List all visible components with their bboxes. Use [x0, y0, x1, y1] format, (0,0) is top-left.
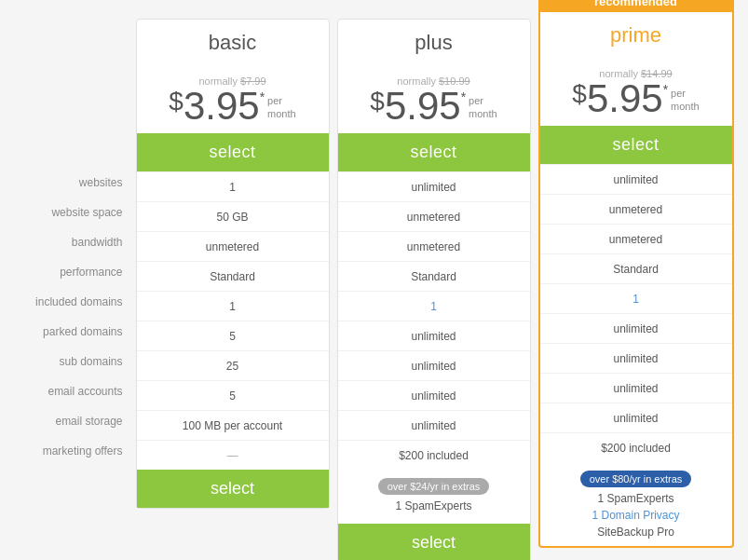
prime-select-button-top[interactable]: select [540, 126, 732, 164]
label-column: websites website space bandwidth perform… [11, 19, 132, 466]
plan-basic: basic normally $7.99 $ 3.95 * permonth s… [136, 19, 330, 509]
plus-header: plus [338, 20, 530, 68]
plus-extras-badge: over $24/yr in extras [378, 478, 490, 495]
basic-plan-name: basic [144, 31, 321, 55]
plus-included-domains: 1 [338, 291, 530, 321]
recommended-badge: recommended [538, 0, 734, 12]
prime-email-accounts: unlimited [540, 373, 732, 403]
basic-performance: Standard [137, 261, 329, 291]
prime-extras-item-1: 1 Domain Privacy [544, 507, 728, 524]
prime-bandwidth: unmetered [540, 224, 732, 253]
plus-price-per: permonth [469, 94, 497, 121]
prime-price-dollar: $ [572, 81, 587, 107]
prime-price-main: $ 5.95 * permonth [544, 79, 728, 118]
prime-price-area: normally $14.99 $ 5.95 * permonth [540, 61, 732, 126]
basic-website-space: 50 GB [137, 201, 329, 231]
basic-price-asterisk: * [260, 90, 265, 103]
basic-select-button-top[interactable]: select [137, 133, 329, 171]
label-parked-domains: parked domains [11, 317, 132, 347]
basic-data-rows: 1 50 GB unmetered Standard 1 5 25 5 100 … [137, 171, 329, 470]
basic-bandwidth: unmetered [137, 231, 329, 261]
prime-sub-domains: unlimited [540, 343, 732, 373]
prime-extras-item-0: 1 SpamExperts [544, 490, 728, 507]
basic-price-area: normally $7.99 $ 3.95 * permonth [137, 68, 329, 133]
plus-price-amount: 5.95 [385, 87, 461, 126]
plus-select-button-bottom[interactable]: select [338, 524, 530, 560]
plus-website-space: unmetered [338, 201, 530, 231]
plus-price-dollar: $ [370, 89, 385, 115]
prime-parked-domains: unlimited [540, 313, 732, 343]
label-sub-domains: sub domains [11, 347, 132, 376]
plus-email-storage: unlimited [338, 410, 530, 440]
plus-select-button-top[interactable]: select [338, 133, 530, 171]
prime-extras-badge: over $80/yr in extras [580, 471, 692, 487]
prime-price-asterisk: * [663, 83, 668, 96]
prime-extras: over $80/yr in extras 1 SpamExperts 1 Do… [540, 462, 732, 546]
plus-parked-domains: unlimited [338, 321, 530, 350]
plus-plan-name: plus [346, 31, 523, 55]
prime-website-space: unmetered [540, 194, 732, 224]
prime-websites: unlimited [540, 164, 732, 194]
basic-parked-domains: 5 [137, 321, 329, 350]
label-included-domains: included domains [11, 287, 132, 317]
basic-price-per: permonth [267, 94, 296, 121]
plus-price-main: $ 5.95 * permonth [342, 87, 526, 126]
plus-websites: unlimited [338, 171, 530, 201]
basic-header: basic [137, 20, 329, 68]
plus-extras-item-0: 1 SpamExperts [342, 498, 526, 514]
prime-marketing-offers: $200 included [540, 432, 732, 462]
plus-email-accounts: unlimited [338, 380, 530, 410]
plus-performance: Standard [338, 261, 530, 291]
label-email-accounts: email accounts [11, 376, 132, 406]
label-websites: websites [11, 168, 132, 198]
prime-included-domains: 1 [540, 283, 732, 313]
basic-sub-domains: 25 [137, 350, 329, 380]
pricing-table: websites website space bandwidth perform… [11, 9, 738, 560]
plus-marketing-offers: $200 included [338, 440, 530, 470]
label-email-storage: email storage [11, 406, 132, 436]
basic-select-button-bottom[interactable]: select [137, 470, 329, 508]
basic-email-storage: 100 MB per account [137, 410, 329, 440]
basic-marketing-offers: — [137, 440, 329, 470]
plus-data-rows: unlimited unmetered unmetered Standard 1… [338, 171, 530, 470]
prime-price-per: permonth [671, 87, 700, 114]
prime-plan-name: prime [548, 23, 725, 48]
basic-websites: 1 [137, 171, 329, 201]
plus-extras: over $24/yr in extras 1 SpamExperts [338, 470, 530, 520]
basic-email-accounts: 5 [137, 380, 329, 410]
prime-price-amount: 5.95 [587, 79, 663, 118]
basic-price-dollar: $ [169, 89, 184, 115]
plan-plus: plus normally $10.99 $ 5.95 * permonth s… [337, 19, 531, 560]
prime-extras-item-2: SiteBackup Pro [544, 524, 728, 540]
plus-bandwidth: unmetered [338, 231, 530, 261]
basic-price-main: $ 3.95 * permonth [141, 87, 325, 126]
plus-price-asterisk: * [461, 90, 466, 103]
prime-performance: Standard [540, 253, 732, 283]
basic-included-domains: 1 [137, 291, 329, 321]
label-website-space: website space [11, 198, 132, 227]
basic-price-amount: 3.95 [184, 87, 260, 126]
label-bandwidth: bandwidth [11, 227, 132, 257]
plan-prime: recommended prime normally $14.99 $ 5.95… [538, 0, 734, 548]
plus-sub-domains: unlimited [338, 350, 530, 380]
prime-data-rows: unlimited unmetered unmetered Standard 1… [540, 164, 732, 462]
prime-email-storage: unlimited [540, 403, 732, 432]
plus-price-area: normally $10.99 $ 5.95 * permonth [338, 68, 530, 133]
label-performance: performance [11, 257, 132, 287]
prime-header: prime [540, 12, 732, 61]
label-marketing-offers: marketing offers [11, 436, 132, 466]
